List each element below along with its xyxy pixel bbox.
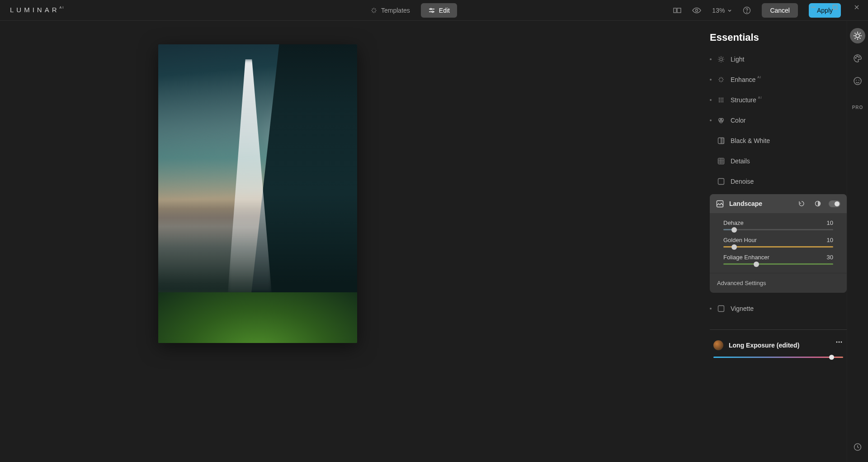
- reset-icon[interactable]: [796, 198, 807, 209]
- light-icon: [717, 56, 725, 63]
- tool-bw[interactable]: Black & White: [710, 130, 847, 151]
- slider-label: Foliage Enhancer: [723, 254, 769, 261]
- tool-details[interactable]: Details: [710, 151, 847, 171]
- svg-point-31: [856, 34, 859, 38]
- templates-tab[interactable]: Templates: [363, 3, 417, 18]
- preset-intensity-thumb[interactable]: [829, 355, 834, 360]
- svg-point-13: [721, 99, 722, 100]
- slider-thumb[interactable]: [731, 244, 737, 250]
- mode-switcher: Templates Edit: [363, 3, 457, 18]
- status-dot: [710, 140, 712, 142]
- vignette-label: Vignette: [731, 305, 754, 312]
- status-dot: [710, 308, 712, 310]
- history-icon: [853, 443, 862, 452]
- status-dot: [710, 181, 712, 182]
- svg-point-1: [432, 11, 433, 12]
- sidebar-essentials[interactable]: [850, 28, 865, 43]
- status-dot: [710, 160, 712, 162]
- preset-row[interactable]: Long Exposure (edited): [710, 336, 847, 354]
- tool-denoise[interactable]: Denoise: [710, 171, 847, 191]
- face-icon: [853, 76, 862, 86]
- svg-point-11: [722, 97, 723, 98]
- svg-point-6: [747, 12, 747, 12]
- slider-thumb[interactable]: [754, 262, 759, 267]
- slider-golden: Golden Hour10: [723, 237, 833, 248]
- sidebar-creative[interactable]: [850, 51, 865, 66]
- color-icon: [717, 117, 725, 124]
- svg-point-37: [859, 80, 859, 81]
- pro-label: PRO: [852, 105, 863, 110]
- zoom-control[interactable]: 13%: [712, 7, 732, 14]
- advanced-settings-button[interactable]: Advanced Settings: [710, 273, 847, 293]
- window-controls: [803, 0, 867, 14]
- svg-rect-2: [674, 8, 676, 13]
- status-dot: [710, 99, 712, 101]
- app-name: LUMINAR: [10, 6, 60, 14]
- vignette-icon: [717, 305, 725, 312]
- svg-point-8: [720, 58, 722, 61]
- window-minimize-button[interactable]: [803, 0, 824, 14]
- cancel-button[interactable]: Cancel: [762, 3, 798, 18]
- sidebar-portrait[interactable]: [850, 73, 865, 89]
- help-icon[interactable]: [743, 6, 751, 14]
- ai-badge: AI: [757, 76, 761, 79]
- eye-icon[interactable]: [692, 7, 701, 14]
- tool-vignette[interactable]: Vignette: [710, 298, 847, 319]
- landscape-label: Landscape: [729, 200, 762, 207]
- sliders-icon: [428, 7, 435, 14]
- svg-point-32: [855, 57, 856, 58]
- crop-icon[interactable]: [673, 7, 681, 14]
- slider-label: Golden Hour: [723, 237, 757, 243]
- tool-label: Color: [731, 117, 745, 124]
- sidebar-history[interactable]: [850, 439, 865, 455]
- preset-menu-button[interactable]: [835, 338, 843, 346]
- tool-structure[interactable]: StructureAI: [710, 90, 847, 110]
- status-dot: [710, 119, 712, 121]
- svg-rect-22: [721, 138, 724, 143]
- top-bar: LUMINARAI Templates Edit 13%: [0, 0, 868, 21]
- tool-label: Light: [731, 56, 744, 63]
- slider-value: 10: [827, 219, 833, 226]
- tool-label: Black & White: [731, 137, 770, 144]
- svg-rect-27: [718, 305, 724, 311]
- preset-intensity-track[interactable]: [713, 357, 843, 358]
- denoise-icon: [717, 178, 725, 185]
- svg-point-10: [721, 97, 722, 98]
- svg-point-29: [839, 342, 840, 343]
- slider-thumb[interactable]: [731, 227, 737, 233]
- svg-rect-3: [677, 8, 681, 13]
- slider-track[interactable]: [723, 246, 833, 248]
- tool-color[interactable]: Color: [710, 110, 847, 130]
- structure-icon: [717, 96, 725, 104]
- category-sidebar: PRO: [847, 21, 868, 462]
- slider-track[interactable]: [723, 229, 833, 230]
- svg-rect-7: [833, 5, 837, 10]
- landscape-toggle[interactable]: [829, 200, 840, 207]
- tool-light[interactable]: Light: [710, 49, 847, 69]
- sidebar-pro[interactable]: PRO: [851, 100, 864, 115]
- window-close-button[interactable]: [846, 0, 867, 14]
- palette-icon: [853, 54, 862, 63]
- preset-swatch: [713, 340, 723, 350]
- svg-point-14: [722, 99, 723, 100]
- edit-label: Edit: [439, 7, 450, 14]
- tool-enhance[interactable]: EnhanceAI: [710, 69, 847, 90]
- advanced-settings-label: Advanced Settings: [717, 280, 766, 286]
- svg-point-16: [721, 101, 722, 102]
- divider: [710, 329, 847, 330]
- sun-icon: [853, 31, 862, 40]
- svg-point-0: [430, 8, 431, 10]
- slider-track[interactable]: [723, 263, 833, 265]
- slider-label: Dehaze: [723, 219, 744, 226]
- svg-point-4: [696, 9, 698, 11]
- status-dot: [710, 79, 712, 81]
- tool-label: Denoise: [731, 178, 754, 185]
- svg-point-33: [857, 56, 858, 57]
- svg-point-9: [719, 97, 720, 98]
- edit-tab[interactable]: Edit: [421, 3, 457, 18]
- window-maximize-button[interactable]: [825, 0, 845, 14]
- canvas[interactable]: [0, 21, 710, 462]
- mask-icon[interactable]: [812, 198, 823, 209]
- svg-rect-24: [718, 178, 724, 184]
- slider-value: 10: [827, 237, 833, 243]
